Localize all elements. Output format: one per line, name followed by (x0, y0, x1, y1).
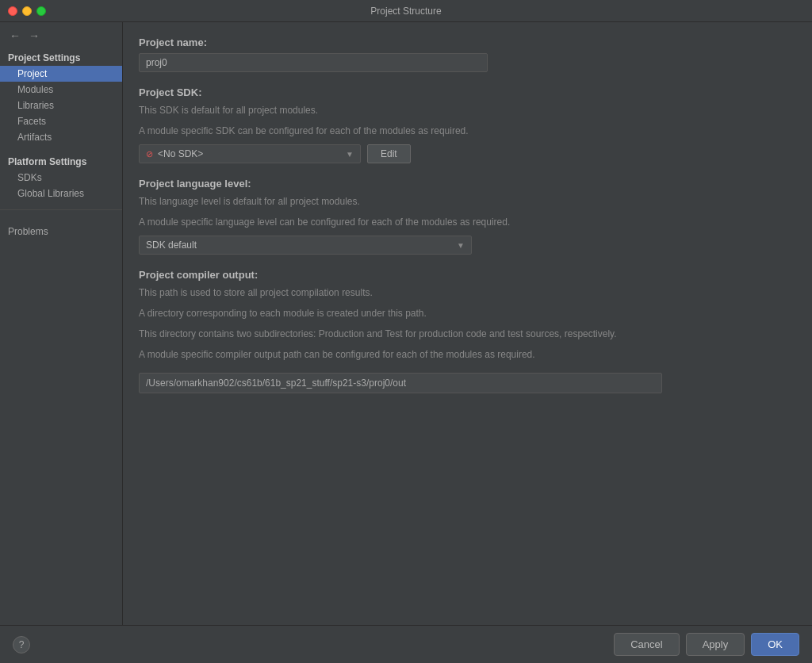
sidebar-item-libraries[interactable]: Libraries (0, 98, 122, 113)
compiler-output-label: Project compiler output: (139, 269, 796, 281)
lang-desc2: A module specific language level can be … (139, 215, 796, 229)
sdk-no-sdk-icon: ⊘ (146, 149, 153, 159)
sidebar: ← → Project Settings Project Modules Lib… (0, 22, 123, 625)
language-level-section: Project language level: This language le… (139, 178, 796, 255)
sidebar-item-sdks[interactable]: SDKs (0, 170, 122, 186)
compiler-desc2: A directory corresponding to each module… (139, 306, 796, 320)
help-button[interactable]: ? (13, 636, 30, 653)
sidebar-item-facets[interactable]: Facets (0, 113, 122, 129)
close-button[interactable] (8, 6, 17, 16)
compiler-desc3: This directory contains two subdirectori… (139, 327, 796, 341)
compiler-output-input[interactable] (139, 373, 662, 393)
language-dropdown-arrow-icon: ▼ (457, 241, 465, 250)
compiler-desc4: A module specific compiler output path c… (139, 347, 796, 362)
bottom-bar: ? Cancel Apply OK (0, 625, 812, 663)
title-bar: Project Structure (0, 0, 812, 22)
language-level-dropdown[interactable]: SDK default ▼ (139, 236, 472, 255)
project-name-input[interactable] (139, 53, 488, 72)
window-title: Project Structure (370, 6, 441, 17)
bottom-actions: Cancel Apply OK (614, 633, 799, 656)
nav-buttons: ← → (0, 25, 122, 48)
sidebar-item-project[interactable]: Project (0, 66, 122, 82)
forward-button[interactable]: → (25, 29, 43, 43)
cancel-button[interactable]: Cancel (614, 633, 679, 656)
platform-settings-section: Platform Settings (0, 151, 122, 170)
compiler-desc1: This path is used to store all project c… (139, 286, 796, 300)
sdk-dropdown-arrow-icon: ▼ (346, 150, 354, 159)
back-button[interactable]: ← (6, 29, 24, 43)
language-level-label: Project language level: (139, 178, 796, 190)
project-name-section: Project name: (139, 36, 796, 72)
sdk-row: ⊘ <No SDK> ▼ Edit (139, 144, 796, 163)
sidebar-item-global-libraries[interactable]: Global Libraries (0, 186, 122, 201)
sdk-dropdown[interactable]: ⊘ <No SDK> ▼ (139, 144, 361, 163)
project-sdk-section: Project SDK: This SDK is default for all… (139, 86, 796, 163)
maximize-button[interactable] (36, 6, 46, 16)
project-sdk-label: Project SDK: (139, 86, 796, 98)
main-layout: ← → Project Settings Project Modules Lib… (0, 22, 812, 625)
project-name-label: Project name: (139, 36, 796, 48)
sdk-edit-button[interactable]: Edit (367, 144, 411, 163)
sidebar-item-problems[interactable]: Problems (0, 221, 122, 240)
language-selected-value: SDK default (146, 240, 457, 251)
ok-button[interactable]: OK (751, 633, 799, 656)
apply-button[interactable]: Apply (686, 633, 745, 656)
lang-desc1: This language level is default for all p… (139, 194, 796, 209)
sdk-desc1: This SDK is default for all project modu… (139, 103, 796, 117)
sdk-desc2: A module specific SDK can be configured … (139, 124, 796, 138)
sidebar-item-modules[interactable]: Modules (0, 82, 122, 98)
project-settings-section: Project Settings (0, 48, 122, 66)
compiler-output-section: Project compiler output: This path is us… (139, 269, 796, 393)
content-area: Project name: Project SDK: This SDK is d… (123, 22, 812, 625)
window-controls[interactable] (8, 6, 46, 16)
minimize-button[interactable] (22, 6, 32, 16)
sidebar-item-artifacts[interactable]: Artifacts (0, 129, 122, 145)
sdk-selected-value: <No SDK> (158, 148, 203, 159)
